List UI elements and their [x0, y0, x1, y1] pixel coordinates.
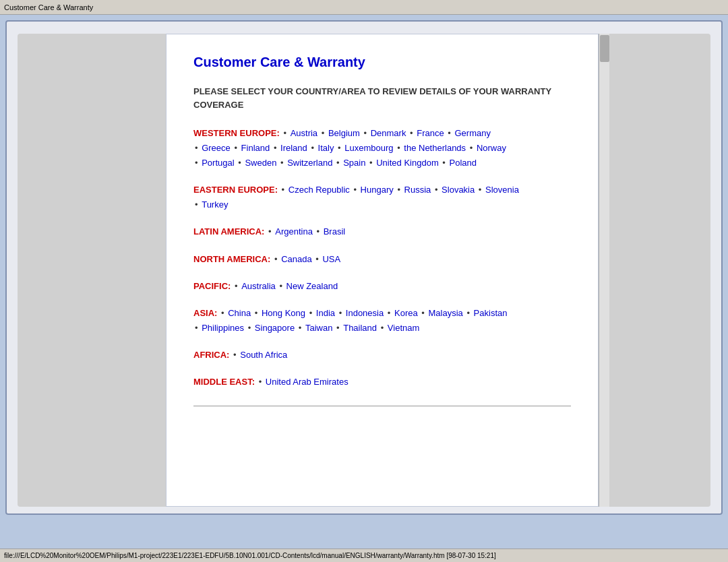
- country-brasil[interactable]: Brasil: [324, 226, 346, 237]
- region-latin-america: LATIN AMERICA: • Argentina • Brasil: [193, 224, 571, 239]
- region-label-pacific: PACIFIC:: [193, 281, 231, 291]
- browser-chrome: Customer Care & Warranty PLEASE SELECT Y…: [5, 20, 723, 515]
- country-germany[interactable]: Germany: [454, 128, 490, 138]
- country-belgium[interactable]: Belgium: [328, 128, 360, 138]
- country-spain[interactable]: Spain: [343, 158, 365, 168]
- country-usa[interactable]: USA: [322, 254, 340, 264]
- region-label-asia: ASIA:: [193, 308, 217, 318]
- title-bar: Customer Care & Warranty: [0, 0, 728, 15]
- region-middle-east: MIDDLE EAST: • United Arab Emirates: [193, 375, 571, 389]
- country-portugal[interactable]: Portugal: [202, 158, 234, 168]
- country-austria[interactable]: Austria: [291, 128, 317, 138]
- main-area: Customer Care & Warranty PLEASE SELECT Y…: [7, 22, 721, 513]
- country-denmark[interactable]: Denmark: [371, 128, 406, 138]
- country-thailand[interactable]: Thailand: [343, 323, 377, 333]
- region-label-eastern-europe: EASTERN EUROPE:: [193, 185, 278, 195]
- country-philippines[interactable]: Philippines: [202, 323, 244, 333]
- country-pakistan[interactable]: Pakistan: [474, 308, 508, 318]
- page-title: Customer Care & Warranty: [193, 55, 571, 70]
- country-new-zealand[interactable]: New Zealand: [286, 281, 338, 291]
- country-hong-kong[interactable]: Hong Kong: [262, 308, 305, 318]
- country-vietnam[interactable]: Vietnam: [388, 323, 419, 333]
- outer-frame: Customer Care & Warranty PLEASE SELECT Y…: [0, 15, 728, 549]
- country-russia[interactable]: Russia: [404, 185, 431, 195]
- country-indonesia[interactable]: Indonesia: [346, 308, 384, 318]
- status-bar-text: file:///E/LCD%20Monitor%20OEM/Philips/M1…: [4, 552, 496, 559]
- right-sidebar: [609, 34, 710, 507]
- country-norway[interactable]: Norway: [477, 143, 506, 153]
- content-wrapper: Customer Care & Warranty PLEASE SELECT Y…: [166, 34, 599, 507]
- left-sidebar: [18, 34, 166, 507]
- content-inner: Customer Care & Warranty PLEASE SELECT Y…: [166, 34, 598, 506]
- region-eastern-europe: EASTERN EUROPE: • Czech Republic • Hunga…: [193, 183, 571, 212]
- country-luxembourg[interactable]: Luxembourg: [344, 143, 393, 153]
- country-uae[interactable]: United Arab Emirates: [266, 377, 348, 387]
- country-australia[interactable]: Australia: [241, 281, 276, 291]
- country-argentina[interactable]: Argentina: [275, 226, 313, 237]
- status-bar: file:///E/LCD%20Monitor%20OEM/Philips/M1…: [0, 549, 728, 562]
- country-taiwan[interactable]: Taiwan: [305, 323, 332, 333]
- country-france[interactable]: France: [417, 128, 444, 138]
- country-india[interactable]: India: [316, 308, 335, 318]
- region-label-middle-east: MIDDLE EAST:: [193, 377, 255, 387]
- country-malaysia[interactable]: Malaysia: [429, 308, 463, 318]
- region-asia: ASIA: • China • Hong Kong • India • Indo…: [193, 306, 571, 336]
- country-slovenia[interactable]: Slovenia: [485, 185, 519, 195]
- country-poland[interactable]: Poland: [450, 158, 477, 168]
- region-western-europe: WESTERN EUROPE: • Austria • Belgium • De…: [193, 126, 571, 170]
- country-finland[interactable]: Finland: [241, 143, 270, 153]
- scrollbar[interactable]: [599, 34, 609, 507]
- country-south-africa[interactable]: South Africa: [240, 350, 287, 360]
- region-north-america: NORTH AMERICA: • Canada • USA: [193, 252, 571, 267]
- country-netherlands[interactable]: the Netherlands: [404, 143, 466, 153]
- country-ireland[interactable]: Ireland: [280, 143, 307, 153]
- instruction-text: PLEASE SELECT YOUR COUNTRY/AREA TO REVIE…: [193, 85, 571, 111]
- country-slovakia[interactable]: Slovakia: [442, 185, 475, 195]
- country-turkey[interactable]: Turkey: [202, 199, 228, 210]
- country-sweden[interactable]: Sweden: [245, 158, 276, 168]
- region-label-africa: AFRICA:: [193, 350, 229, 360]
- country-czech-republic[interactable]: Czech Republic: [289, 185, 350, 195]
- region-label-latin-america: LATIN AMERICA:: [193, 226, 264, 237]
- country-greece[interactable]: Greece: [202, 143, 231, 153]
- region-label-western-europe: WESTERN EUROPE:: [193, 128, 280, 138]
- country-china[interactable]: China: [228, 308, 251, 318]
- scrollbar-thumb[interactable]: [600, 35, 609, 62]
- region-label-north-america: NORTH AMERICA:: [193, 254, 270, 264]
- title-bar-text: Customer Care & Warranty: [4, 3, 93, 11]
- country-italy[interactable]: Italy: [318, 143, 334, 153]
- region-africa: AFRICA: • South Africa: [193, 348, 571, 363]
- content-divider: [193, 406, 571, 406]
- country-hungary[interactable]: Hungary: [361, 185, 394, 195]
- country-singapore[interactable]: Singapore: [255, 323, 295, 333]
- country-uk[interactable]: United Kingdom: [376, 158, 439, 168]
- region-pacific: PACIFIC: • Australia • New Zealand: [193, 279, 571, 294]
- country-canada[interactable]: Canada: [281, 254, 312, 264]
- country-switzerland[interactable]: Switzerland: [287, 158, 332, 168]
- country-korea[interactable]: Korea: [394, 308, 418, 318]
